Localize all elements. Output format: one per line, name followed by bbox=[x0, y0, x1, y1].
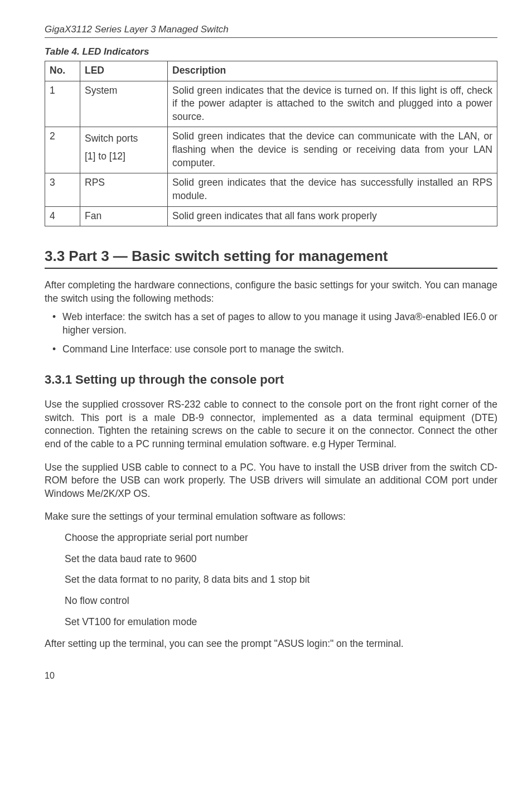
list-item: Set VT100 for emulation mode bbox=[45, 616, 497, 629]
table-header-row: No. LED Description bbox=[45, 61, 497, 81]
list-item: Web interface: the switch has a set of p… bbox=[45, 311, 497, 337]
cell-led: System bbox=[80, 81, 168, 127]
table-row: 2 Switch ports [1] to [12] Solid green i… bbox=[45, 127, 497, 173]
bullet-list: Web interface: the switch has a set of p… bbox=[45, 311, 497, 356]
list-item: Command Line Interface: use console port… bbox=[45, 343, 497, 356]
cell-led: Switch ports [1] to [12] bbox=[80, 127, 168, 173]
cell-led: Fan bbox=[80, 206, 168, 226]
table-row: 4 Fan Solid green indicates that all fan… bbox=[45, 206, 497, 226]
paragraph: Use the supplied USB cable to connect to… bbox=[45, 461, 497, 501]
list-item: Set the data format to no parity, 8 data… bbox=[45, 573, 497, 587]
cell-desc: Solid green indicates that the device is… bbox=[168, 81, 497, 127]
table-caption: Table 4. LED Indicators bbox=[45, 46, 497, 59]
page-number: 10 bbox=[45, 670, 497, 682]
list-item: Choose the appropriate serial port numbe… bbox=[45, 531, 497, 545]
th-desc: Description bbox=[168, 61, 497, 81]
th-no: No. bbox=[45, 61, 80, 81]
subsection-heading: 3.3.1 Setting up through the console por… bbox=[45, 371, 497, 388]
cell-led-line1: Switch ports bbox=[85, 133, 138, 144]
paragraph: Make sure the settings of your terminal … bbox=[45, 510, 497, 524]
paragraph: After setting up the terminal, you can s… bbox=[45, 637, 497, 651]
cell-desc: Solid green indicates that the device ca… bbox=[168, 127, 497, 173]
table-row: 3 RPS Solid green indicates that the dev… bbox=[45, 173, 497, 206]
running-header: GigaX3112 Series Layer 3 Managed Switch bbox=[45, 23, 497, 38]
cell-led-line2: [1] to [12] bbox=[85, 151, 125, 162]
cell-desc: Solid green indicates that the device ha… bbox=[168, 173, 497, 206]
paragraph: Use the supplied crossover RS-232 cable … bbox=[45, 398, 497, 451]
cell-no: 1 bbox=[45, 81, 80, 127]
cell-no: 2 bbox=[45, 127, 80, 173]
cell-no: 3 bbox=[45, 173, 80, 206]
section-heading: 3.3 Part 3 — Basic switch setting for ma… bbox=[45, 246, 497, 269]
th-led: LED bbox=[80, 61, 168, 81]
cell-no: 4 bbox=[45, 206, 80, 226]
cell-desc: Solid green indicates that all fans work… bbox=[168, 206, 497, 226]
steps-list: Choose the appropriate serial port numbe… bbox=[45, 531, 497, 628]
list-item: Set the data baud rate to 9600 bbox=[45, 553, 497, 566]
led-indicators-table: No. LED Description 1 System Solid green… bbox=[45, 61, 497, 226]
list-item: No flow control bbox=[45, 594, 497, 608]
cell-led: RPS bbox=[80, 173, 168, 206]
table-row: 1 System Solid green indicates that the … bbox=[45, 81, 497, 127]
section-intro: After completing the hardware connection… bbox=[45, 279, 497, 305]
